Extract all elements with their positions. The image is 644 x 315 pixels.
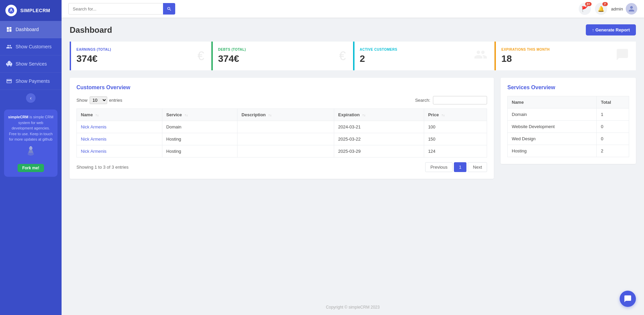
service-total-cell: 0 [597, 133, 629, 145]
customers-overview-panel: Customers Overview Show 10 25 50 100 ent… [70, 78, 494, 179]
customer-name-link[interactable]: Nick Armenis [81, 149, 107, 154]
avatar [626, 3, 637, 15]
service-name-cell: Hosting [508, 145, 597, 157]
service-name-cell: Domain [508, 108, 597, 121]
user-menu[interactable]: admin [611, 3, 637, 15]
services-overview-title: Services Overview [507, 84, 629, 91]
list-item: Website Development 0 [508, 121, 629, 133]
customer-description-cell [237, 133, 334, 145]
search-button[interactable] [163, 3, 175, 15]
customer-expiration-cell: 2025-03-22 [334, 133, 424, 145]
services-overview-panel: Services Overview Name Total Domain 1 We… [501, 78, 636, 164]
page-header: Dashboard ↑ Generate Report [70, 24, 636, 35]
entries-label: entries [109, 98, 122, 103]
active-label: ACTIVE CUSTOMERS [360, 48, 488, 51]
service-total-cell: 2 [597, 145, 629, 157]
footer: Copyright © simpleCRM 2023 [62, 299, 644, 315]
app-name: SIMPLECRM [20, 8, 50, 13]
service-total-cell: 0 [597, 121, 629, 133]
content-area: Dashboard ↑ Generate Report EARNINGS (TO… [62, 18, 644, 299]
sidebar-item-services-label: Show Services [16, 61, 47, 67]
show-label: Show [76, 98, 88, 103]
earnings-label: EARNINGS (TOTAL) [76, 48, 204, 51]
list-item: Wed Design 0 [508, 133, 629, 145]
svc-col-total: Total [597, 96, 629, 108]
table-controls: Show 10 25 50 100 entries Search: [76, 96, 487, 104]
col-service[interactable]: Service ↑↓ [162, 109, 237, 121]
customer-service-cell: Domain [162, 121, 237, 133]
entries-select[interactable]: 10 25 50 100 [90, 96, 107, 104]
debts-value: 374€ [218, 53, 346, 64]
flag-badge: 3+ [585, 2, 591, 6]
service-name-cell: Website Development [508, 121, 597, 133]
customer-description-cell [237, 145, 334, 158]
bell-badge: 7 [602, 2, 608, 6]
svg-point-0 [8, 7, 14, 14]
customer-name-cell: Nick Armenis [77, 145, 162, 158]
sidebar-logo[interactable]: SIMPLECRM [0, 0, 62, 21]
expirations-card: EXPIRATIONS THIS MONTH 18 [495, 42, 636, 70]
sidebar-collapse-button[interactable]: ‹ [26, 93, 36, 103]
earnings-card: EARNINGS (TOTAL) 374€ € [70, 42, 211, 70]
page-1-button[interactable]: 1 [454, 162, 466, 172]
customer-price-cell: 100 [424, 121, 487, 133]
main-content: 🚩 3+ 🔔 7 admin Dashboard ↑ Generate Repo… [62, 0, 644, 315]
svg-point-3 [29, 146, 32, 150]
topbar: 🚩 3+ 🔔 7 admin [62, 0, 644, 18]
sidebar-item-dashboard[interactable]: Dashboard [0, 21, 62, 38]
logo-icon [5, 5, 17, 16]
customer-service-cell: Hosting [162, 133, 237, 145]
sidebar-item-customers[interactable]: Show Customers [0, 38, 62, 55]
username-label: admin [611, 6, 623, 11]
customer-price-cell: 150 [424, 133, 487, 145]
page-title: Dashboard [70, 25, 112, 35]
service-name-cell: Wed Design [508, 133, 597, 145]
customer-service-cell: Hosting [162, 145, 237, 158]
list-item: Domain 1 [508, 108, 629, 121]
flag-notification-button[interactable]: 🚩 3+ [579, 3, 591, 15]
expirations-icon [616, 48, 629, 64]
customer-description-cell [237, 121, 334, 133]
customer-name-link[interactable]: Nick Armenis [81, 124, 107, 129]
customers-overview-title: Customers Overview [76, 84, 487, 91]
sidebar-item-customers-label: Show Customers [16, 44, 52, 49]
debts-icon: € [339, 49, 346, 63]
previous-button[interactable]: Previous [425, 162, 453, 172]
sidebar-item-services[interactable]: Show Services [0, 55, 62, 73]
earnings-value: 374€ [76, 53, 204, 64]
col-name[interactable]: Name ↑↓ [77, 109, 162, 121]
active-icon [474, 48, 487, 64]
col-price[interactable]: Price ↑↓ [424, 109, 487, 121]
customers-table: Name ↑↓ Service ↑↓ Description ↑↓ Expira… [76, 108, 487, 158]
table-search-control: Search: [415, 96, 487, 104]
customer-expiration-cell: 2024-03-21 [334, 121, 424, 133]
customer-name-cell: Nick Armenis [77, 121, 162, 133]
chat-bubble-button[interactable] [620, 291, 636, 307]
table-search-input[interactable] [433, 96, 487, 104]
table-row: Nick Armenis Domain 2024-03-21 100 [77, 121, 487, 133]
search-wrap [68, 3, 175, 15]
active-customers-card: ACTIVE CUSTOMERS 2 [353, 42, 495, 70]
search-input[interactable] [68, 3, 163, 15]
sidebar-item-payments[interactable]: Show Payments [0, 73, 62, 90]
generate-report-button[interactable]: ↑ Generate Report [586, 24, 636, 35]
services-table: Name Total Domain 1 Website Development … [507, 96, 629, 157]
bell-notification-button[interactable]: 🔔 7 [595, 3, 607, 15]
col-expiration[interactable]: Expiration ↑↓ [334, 109, 424, 121]
promo-brand: simpleCRM [8, 115, 28, 119]
sidebar-item-dashboard-label: Dashboard [16, 27, 39, 32]
fork-button[interactable]: Fork me! [18, 164, 44, 172]
customer-name-link[interactable]: Nick Armenis [81, 137, 107, 142]
customer-name-cell: Nick Armenis [77, 133, 162, 145]
earnings-icon: € [198, 49, 204, 63]
active-value: 2 [360, 53, 488, 64]
search-label: Search: [415, 98, 430, 103]
table-row: Nick Armenis Hosting 2025-03-22 150 [77, 133, 487, 145]
customer-price-cell: 124 [424, 145, 487, 158]
search-icon [167, 6, 172, 11]
col-description[interactable]: Description ↑↓ [237, 109, 334, 121]
show-entries-control: Show 10 25 50 100 entries [76, 96, 122, 104]
next-button[interactable]: Next [468, 162, 487, 172]
expirations-label: EXPIRATIONS THIS MONTH [501, 48, 629, 51]
showing-text: Showing 1 to 3 of 3 entries [76, 165, 129, 170]
